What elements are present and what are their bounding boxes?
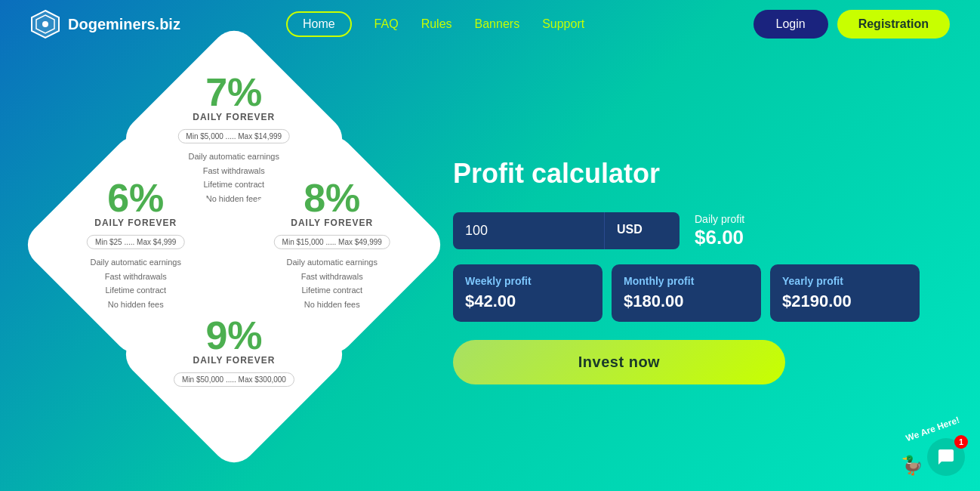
card-9pct-label: DAILY FOREVER [166, 355, 302, 366]
register-button[interactable]: Registration [837, 10, 950, 39]
card-8pct-label: DAILY FOREVER [264, 218, 400, 228]
amount-input[interactable] [453, 212, 604, 249]
nav-item-home[interactable]: Home [286, 11, 352, 37]
card-6pct-percent: 6% [68, 178, 204, 218]
chat-button[interactable]: 1 [927, 438, 965, 476]
card-7pct-percent: 7% [166, 73, 302, 112]
nav-item-support[interactable]: Support [542, 17, 584, 31]
logo-icon [30, 9, 60, 39]
monthly-profit-value: $180.00 [624, 292, 749, 311]
card-7pct-label: DAILY FOREVER [166, 112, 302, 122]
calculator-title: Profit calculator [453, 158, 920, 190]
card-8pct-range: Min $15,000 ..... Max $49,999 [274, 235, 390, 249]
weekly-profit-label: Weekly profit [465, 275, 590, 287]
main-content: 7% DAILY FOREVER Min $5,000 ..... Max $1… [0, 56, 980, 486]
auth-buttons: Login Registration [753, 10, 951, 39]
yearly-profit-value: $2190.00 [782, 292, 908, 311]
daily-profit-label: Daily profit [695, 212, 744, 226]
monthly-profit-label: Monthly profit [624, 275, 749, 287]
calc-input-wrap: USD [453, 212, 680, 249]
weekly-profit-value: $42.00 [465, 292, 590, 311]
login-button[interactable]: Login [753, 10, 828, 39]
card-8pct-percent: 8% [264, 178, 400, 218]
daily-profit-value: $6.00 [695, 226, 744, 249]
card-9pct-percent: 9% [166, 316, 302, 355]
card-9pct-range: Min $50,000 ..... Max $300,000 [174, 372, 294, 387]
nav-item-faq[interactable]: FAQ [374, 17, 399, 31]
nav-item-banners[interactable]: Banners [475, 17, 520, 31]
header: Dogeminers.biz Home FAQ Rules Banners Su… [0, 0, 980, 48]
logo: Dogeminers.biz [30, 9, 180, 39]
calculator-section: Profit calculator USD Daily profit $6.00… [423, 56, 950, 486]
cards-section: 7% DAILY FOREVER Min $5,000 ..... Max $1… [30, 56, 423, 479]
card-6pct-range: Min $25 ..... Max $4,999 [87, 235, 184, 249]
daily-profit-display: Daily profit $6.00 [695, 212, 744, 249]
chat-badge: 1 [954, 435, 968, 449]
weekly-profit-card: Weekly profit $42.00 [453, 264, 602, 322]
chat-widget: We Are Here! 🦆 1 [901, 424, 965, 476]
calc-input-row: USD Daily profit $6.00 [453, 212, 920, 249]
monthly-profit-card: Monthly profit $180.00 [612, 264, 761, 322]
svg-point-2 [42, 21, 48, 27]
profit-cards-row: Weekly profit $42.00 Monthly profit $180… [453, 264, 920, 322]
nav-item-rules[interactable]: Rules [421, 17, 452, 31]
card-7pct-range: Min $5,000 ..... Max $14,999 [178, 129, 291, 144]
yearly-profit-label: Yearly profit [782, 275, 908, 287]
currency-label: USD [604, 212, 655, 249]
invest-button[interactable]: Invest now [453, 340, 785, 384]
main-nav: Home FAQ Rules Banners Support [286, 11, 753, 37]
card-6pct-label: DAILY FOREVER [68, 218, 204, 228]
yearly-profit-card: Yearly profit $2190.00 [770, 264, 920, 322]
